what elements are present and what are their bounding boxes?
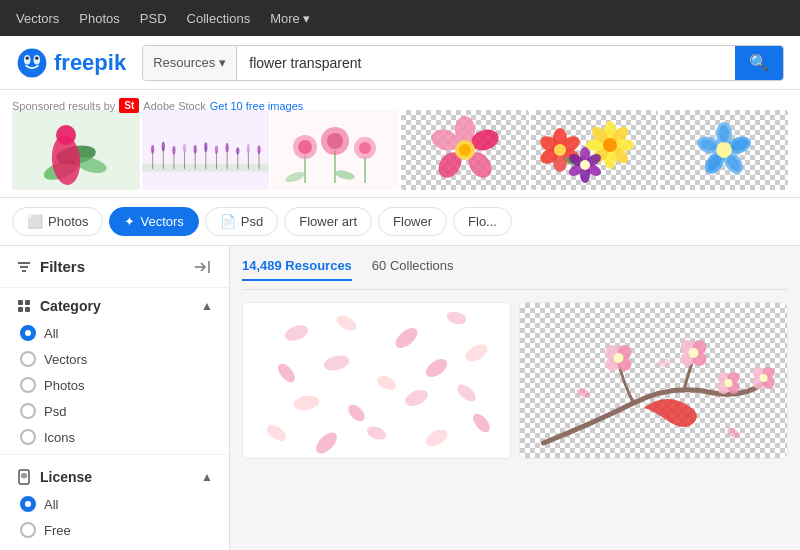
- logo: freepik: [16, 47, 126, 79]
- svg-point-38: [327, 133, 343, 149]
- category-icons-radio[interactable]: [20, 429, 36, 445]
- license-title: License: [16, 469, 92, 485]
- search-category-dropdown[interactable]: Resources ▾: [143, 46, 237, 80]
- svg-point-109: [264, 422, 289, 444]
- svg-point-81: [719, 125, 729, 143]
- search-button[interactable]: 🔍: [735, 46, 783, 80]
- svg-point-100: [463, 341, 491, 365]
- flower-art-tab-label: Flower art: [299, 214, 357, 229]
- license-all-radio[interactable]: [20, 496, 36, 512]
- svg-point-107: [345, 402, 368, 425]
- category-collapse-icon: ▲: [201, 299, 213, 313]
- category-vectors-item[interactable]: Vectors: [0, 346, 229, 372]
- svg-point-22: [204, 142, 207, 152]
- sponsored-image-3[interactable]: [271, 110, 399, 190]
- license-section-header[interactable]: License ▲: [0, 459, 229, 491]
- image-thumb-1: [243, 303, 510, 458]
- cherry-blossom-svg: [520, 303, 787, 458]
- tab-collections[interactable]: 60 Collections: [372, 258, 454, 281]
- svg-point-104: [423, 355, 451, 380]
- filters-title: Filters: [16, 258, 85, 275]
- filter-tab-floral[interactable]: Flo...: [453, 207, 512, 236]
- filter-tab-flower-art[interactable]: Flower art: [284, 207, 372, 236]
- svg-point-0: [18, 48, 47, 77]
- svg-point-110: [312, 429, 340, 457]
- category-all-radio[interactable]: [20, 325, 36, 341]
- petals-svg: [243, 303, 510, 458]
- license-label: License: [40, 469, 92, 485]
- svg-point-18: [183, 143, 186, 153]
- photos-tab-label: Photos: [48, 214, 88, 229]
- svg-point-43: [334, 169, 355, 182]
- svg-point-102: [322, 353, 351, 373]
- svg-rect-93: [18, 307, 23, 312]
- main-content: Filters Category ▲: [0, 246, 800, 550]
- svg-point-123: [689, 348, 699, 358]
- svg-point-108: [403, 387, 431, 410]
- category-icons-item[interactable]: Icons: [0, 424, 229, 450]
- collapse-icon: [193, 259, 213, 275]
- colorful-flowers-svg: [540, 115, 650, 185]
- image-card-1[interactable]: [242, 302, 511, 459]
- sponsored-image-4[interactable]: [401, 110, 529, 190]
- search-category-label: Resources: [153, 55, 215, 70]
- plant-svg: [36, 115, 116, 185]
- license-free-item[interactable]: Free: [0, 517, 229, 543]
- svg-point-12: [151, 145, 154, 154]
- filter-tab-flower[interactable]: Flower: [378, 207, 447, 236]
- svg-rect-91: [18, 300, 23, 305]
- nav-photos[interactable]: Photos: [79, 11, 119, 26]
- nav-more[interactable]: More ▾: [270, 11, 310, 26]
- image-card-2[interactable]: [519, 302, 788, 459]
- category-icons-label: Icons: [44, 430, 75, 445]
- category-label: Category: [40, 298, 101, 314]
- license-all-item[interactable]: All: [0, 491, 229, 517]
- flower-tab-label: Flower: [393, 214, 432, 229]
- vectors-tab-label: Vectors: [140, 214, 183, 229]
- nav-psd[interactable]: PSD: [140, 11, 167, 26]
- nav-vectors[interactable]: Vectors: [16, 11, 59, 26]
- freepik-logo-icon: [16, 47, 48, 79]
- svg-point-99: [445, 310, 467, 327]
- filter-tab-vectors[interactable]: ✦ Vectors: [109, 207, 198, 236]
- category-vectors-radio[interactable]: [20, 351, 36, 367]
- category-section-header[interactable]: Category ▲: [0, 288, 229, 320]
- svg-point-41: [359, 142, 371, 154]
- sponsored-image-2[interactable]: [142, 110, 270, 190]
- svg-point-16: [172, 146, 175, 155]
- category-psd-item[interactable]: Psd: [0, 398, 229, 424]
- sponsored-image-1[interactable]: [12, 110, 140, 190]
- tab-resources[interactable]: 14,489 Resources: [242, 258, 352, 281]
- svg-point-67: [603, 138, 617, 152]
- sponsored-banner: Sponsored results by St Adobe Stock Get …: [0, 90, 800, 198]
- svg-point-113: [470, 411, 493, 436]
- svg-point-24: [215, 146, 218, 155]
- resources-count: 14,489 Resources: [242, 258, 352, 273]
- svg-point-98: [392, 324, 421, 351]
- svg-point-30: [246, 144, 249, 154]
- category-photos-radio[interactable]: [20, 377, 36, 393]
- sidebar-collapse-button[interactable]: [193, 259, 213, 275]
- category-all-item[interactable]: All: [0, 320, 229, 346]
- sponsored-image-6[interactable]: [660, 110, 788, 190]
- filter-tab-psd[interactable]: 📄 Psd: [205, 207, 278, 236]
- category-all-label: All: [44, 326, 58, 341]
- sidebar-divider: [0, 454, 229, 455]
- svg-point-105: [454, 381, 479, 404]
- license-free-radio[interactable]: [20, 522, 36, 538]
- pink-flower-svg: [430, 115, 500, 185]
- category-photos-item[interactable]: Photos: [0, 372, 229, 398]
- adobe-cta-link[interactable]: Get 10 free images: [210, 100, 304, 112]
- poppies-svg: [275, 115, 395, 185]
- svg-point-3: [26, 56, 29, 59]
- search-input[interactable]: [237, 46, 735, 80]
- svg-point-106: [292, 394, 320, 412]
- svg-point-133: [760, 374, 768, 382]
- category-psd-radio[interactable]: [20, 403, 36, 419]
- filter-tab-photos[interactable]: ⬜ Photos: [12, 207, 103, 236]
- svg-point-118: [614, 353, 624, 363]
- sponsored-image-5[interactable]: [531, 110, 659, 190]
- sidebar-header: Filters: [0, 246, 229, 288]
- nav-collections[interactable]: Collections: [187, 11, 251, 26]
- results-header: 14,489 Resources 60 Collections: [242, 258, 788, 290]
